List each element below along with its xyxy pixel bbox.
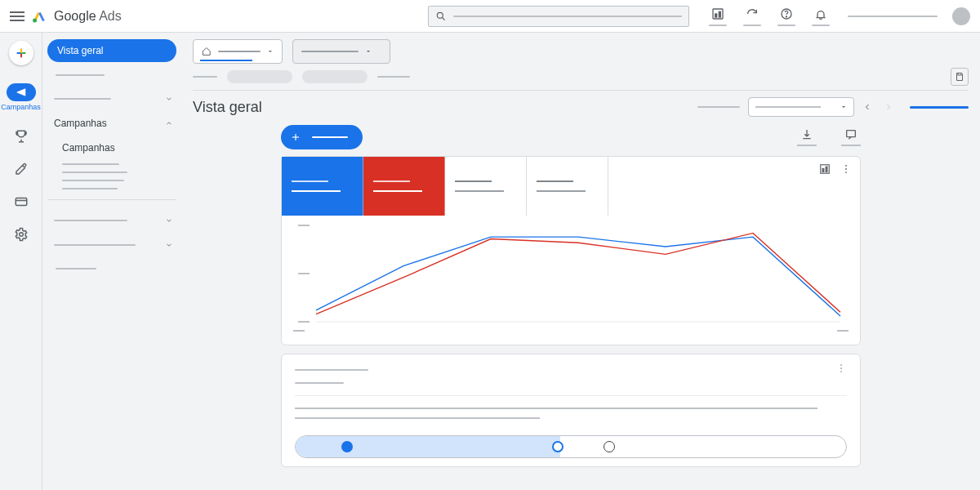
scope-selectors — [193, 39, 969, 64]
step-3-dot — [604, 441, 615, 452]
svg-rect-19 — [821, 165, 830, 174]
more-icon[interactable] — [835, 363, 847, 377]
rail-billing[interactable] — [4, 194, 38, 209]
save-filters-icon[interactable] — [951, 68, 969, 86]
campaign-selector[interactable] — [292, 39, 390, 64]
product-name: Google Ads — [54, 9, 122, 24]
search-icon — [435, 11, 447, 22]
rail-goals[interactable] — [4, 129, 38, 144]
nav-overview[interactable]: Vista geral — [47, 39, 176, 62]
side-panel: Vista geral Campanhas Campanhas — [42, 33, 181, 490]
date-pager — [862, 102, 893, 112]
card-subheading — [295, 382, 344, 384]
search-box[interactable] — [428, 6, 689, 27]
svg-point-14 — [19, 233, 23, 237]
filter-label — [193, 76, 217, 78]
svg-point-30 — [840, 368, 842, 369]
svg-rect-25 — [298, 225, 310, 226]
account-name-placeholder — [848, 16, 938, 17]
svg-line-2 — [443, 17, 445, 20]
search-placeholder — [453, 16, 682, 17]
svg-rect-3 — [713, 9, 723, 19]
chart-x-axis — [282, 330, 860, 345]
filters-row — [193, 69, 969, 85]
svg-point-1 — [437, 12, 443, 18]
account-selector[interactable] — [193, 39, 283, 64]
svg-point-22 — [845, 165, 847, 167]
main-content: Vista geral — [181, 33, 980, 490]
nav-item[interactable] — [47, 259, 176, 278]
svg-point-29 — [840, 364, 842, 366]
metric-tiles — [282, 157, 860, 216]
svg-point-0 — [33, 18, 37, 22]
metric-tile-2[interactable] — [363, 157, 445, 216]
nav-item[interactable] — [47, 65, 176, 85]
feedback-icon — [844, 128, 858, 141]
filter-chip[interactable] — [302, 70, 368, 83]
nav-campaigns-group[interactable]: Campanhas — [47, 113, 176, 134]
notifications-icon[interactable] — [813, 7, 828, 21]
caret-down-icon — [267, 48, 274, 55]
metric-tile-4[interactable] — [527, 157, 608, 216]
nav-item[interactable] — [62, 180, 124, 181]
nav-campaigns-item[interactable]: Campanhas — [47, 137, 176, 158]
svg-point-31 — [840, 371, 842, 372]
chevron-right-icon[interactable] — [884, 102, 893, 112]
svg-rect-15 — [958, 74, 961, 76]
nav-group-collapsible[interactable] — [47, 210, 176, 231]
caret-down-icon — [840, 104, 847, 110]
chevron-down-icon — [165, 216, 173, 225]
nav-item[interactable] — [62, 188, 118, 189]
caret-down-icon — [365, 48, 372, 55]
performance-chart-card — [281, 156, 861, 345]
svg-rect-21 — [826, 167, 827, 172]
nav-item[interactable] — [62, 172, 127, 173]
progress-stepper[interactable] — [295, 435, 847, 458]
google-ads-logo-icon — [31, 8, 47, 24]
svg-point-24 — [845, 172, 847, 173]
date-range-selector[interactable] — [748, 97, 854, 117]
svg-point-7 — [786, 16, 786, 16]
reports-icon[interactable] — [710, 7, 725, 21]
text-line — [295, 417, 540, 419]
rail-tools[interactable] — [4, 162, 38, 176]
download-icon — [800, 128, 813, 141]
svg-rect-18 — [847, 131, 856, 137]
expand-chart-icon[interactable] — [819, 163, 831, 175]
svg-rect-4 — [715, 14, 717, 17]
svg-rect-26 — [298, 273, 310, 274]
user-avatar[interactable] — [952, 7, 970, 25]
svg-rect-5 — [719, 11, 720, 17]
svg-rect-27 — [298, 321, 310, 323]
toolbar — [281, 125, 861, 149]
feedback-button[interactable] — [841, 128, 861, 146]
new-campaign-button[interactable] — [281, 125, 363, 149]
step-1-dot — [341, 441, 353, 452]
add-filter[interactable] — [377, 76, 410, 78]
divider — [47, 199, 176, 200]
chevron-left-icon[interactable] — [862, 102, 872, 112]
refresh-icon[interactable] — [745, 7, 760, 21]
help-icon[interactable] — [779, 7, 794, 21]
step-2-dot — [552, 441, 564, 452]
more-icon[interactable] — [840, 163, 852, 175]
svg-rect-20 — [822, 168, 824, 172]
rail-campaigns[interactable]: Campanhas — [4, 83, 38, 111]
nav-group-collapsible[interactable] — [47, 234, 176, 256]
svg-point-23 — [845, 168, 847, 170]
chevron-down-icon — [165, 241, 173, 249]
filter-chip[interactable] — [227, 70, 292, 83]
chevron-down-icon — [165, 95, 173, 103]
create-fab[interactable] — [9, 41, 33, 65]
app-header: Google Ads — [0, 0, 980, 33]
nav-group-collapsible[interactable] — [47, 88, 176, 109]
download-button[interactable] — [797, 128, 817, 146]
recommendations-card — [281, 354, 861, 467]
rail-settings[interactable] — [4, 227, 38, 242]
metric-tile-1[interactable] — [282, 157, 363, 216]
plus-icon — [290, 131, 301, 143]
nav-item[interactable] — [62, 163, 119, 165]
menu-icon[interactable] — [10, 11, 24, 21]
chevron-up-icon — [165, 119, 173, 127]
metric-tile-3[interactable] — [445, 157, 527, 216]
